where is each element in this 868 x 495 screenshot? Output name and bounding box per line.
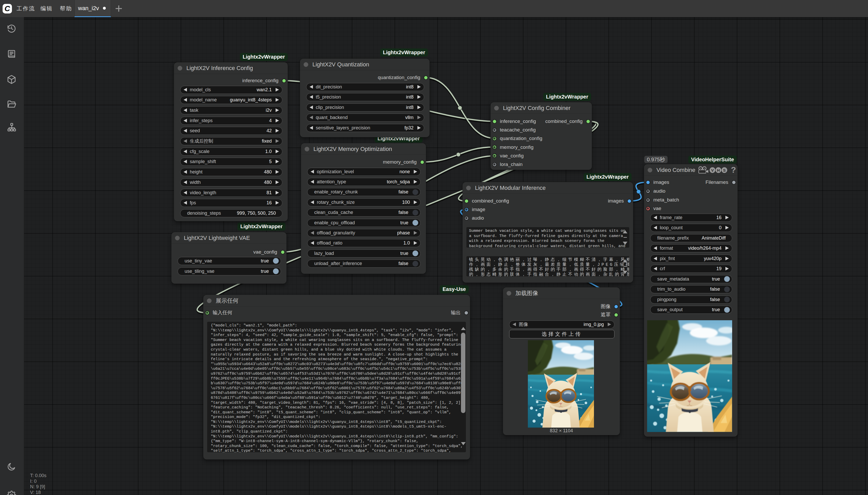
svg-text:C: C <box>4 4 11 13</box>
svg-text:V: V <box>711 168 714 172</box>
svg-text:H: H <box>717 168 720 172</box>
svg-text:?: ? <box>731 166 736 174</box>
svg-text:S: S <box>723 168 726 172</box>
